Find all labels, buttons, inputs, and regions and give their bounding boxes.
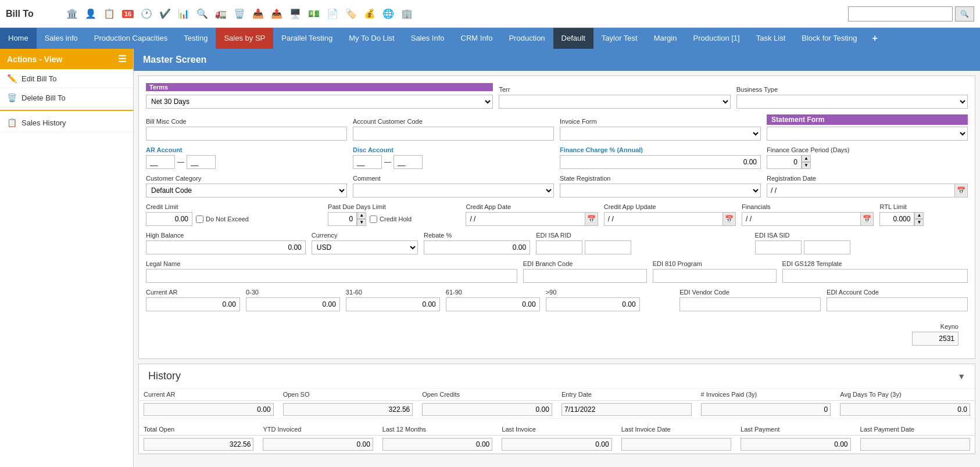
disc-account-input2[interactable] [394, 155, 423, 169]
magnify-icon[interactable]: 🔍 [194, 6, 210, 22]
statement-form-select[interactable] [767, 127, 968, 141]
sidebar-item-delete-bill-to[interactable]: 🗑️ Delete Bill To [0, 88, 133, 107]
tab-production-capacities[interactable]: Production Capacities [86, 28, 176, 49]
financials-calendar-icon[interactable]: 📅 [861, 212, 874, 226]
reg-date-input[interactable] [767, 184, 955, 197]
trash-icon[interactable]: 🗑️ [231, 6, 248, 22]
do-not-exceed-checkbox[interactable] [196, 215, 203, 223]
ar-account-input2[interactable] [187, 155, 216, 169]
invoice-form-select[interactable] [560, 127, 761, 141]
edi-810-input[interactable] [653, 269, 777, 283]
current-ar-aging-input[interactable] [146, 297, 240, 311]
currency-select[interactable]: USD [312, 240, 418, 254]
past-due-input[interactable] [328, 212, 357, 226]
tag-icon[interactable]: 🏷️ [343, 6, 359, 22]
edi-isa-rid-input1[interactable] [536, 240, 582, 254]
truck-icon[interactable]: 🚛 [213, 6, 229, 22]
person-icon[interactable]: 👤 [83, 6, 99, 22]
reg-date-calendar-icon[interactable]: 📅 [955, 184, 968, 197]
rtl-limit-input[interactable] [879, 212, 914, 226]
tab-crm-info[interactable]: CRM Info [453, 28, 501, 49]
comment-select[interactable] [353, 184, 554, 197]
edi-account-input[interactable] [827, 297, 968, 311]
dollar-icon[interactable]: 💵 [306, 6, 322, 22]
tab-sales-by-sp[interactable]: Sales by SP [216, 28, 273, 49]
account-customer-input[interactable] [353, 127, 554, 141]
hist-last-payment-input[interactable] [741, 438, 850, 451]
finance-charge-input[interactable] [560, 155, 761, 169]
grid-icon[interactable]: 📊 [176, 6, 192, 22]
export-icon[interactable]: 📤 [269, 6, 285, 22]
tab-taylor-test[interactable]: Taylor Test [593, 28, 646, 49]
hist-last-payment-date-input[interactable] [860, 438, 970, 451]
ar-31-60-input[interactable] [346, 297, 440, 311]
hist-invoices-paid-input[interactable] [701, 403, 831, 416]
check-icon[interactable]: ✔️ [157, 6, 173, 22]
state-reg-select[interactable] [560, 184, 761, 197]
address-icon[interactable]: 📋 [101, 6, 117, 22]
bank-icon[interactable]: 🏛️ [64, 6, 80, 22]
hist-entry-date-input[interactable] [561, 403, 692, 416]
legal-name-input[interactable] [146, 269, 517, 283]
calendar16-icon[interactable]: 16 [120, 6, 136, 22]
edi-branch-input[interactable] [523, 269, 647, 283]
globe-icon[interactable]: 🌐 [380, 6, 396, 22]
tab-parallel-testing[interactable]: Parallel Testing [273, 28, 341, 49]
hist-last-invoice-input[interactable] [502, 438, 611, 451]
tab-add[interactable]: + [865, 28, 884, 49]
ar-account-input1[interactable] [146, 155, 175, 169]
business-type-select[interactable] [736, 95, 968, 109]
past-due-down[interactable]: ▼ [357, 219, 366, 226]
tab-sales-info-2[interactable]: Sales Info [403, 28, 453, 49]
finance-grace-up[interactable]: ▲ [802, 155, 811, 162]
terms-select[interactable]: Net 30 Days [146, 95, 493, 109]
tab-testing[interactable]: Testing [176, 28, 216, 49]
past-due-up[interactable]: ▲ [357, 212, 366, 219]
finance-grace-down[interactable]: ▼ [802, 162, 811, 169]
edi-gs128-input[interactable] [782, 269, 968, 283]
hist-avg-days-input[interactable] [840, 403, 970, 416]
rtl-down[interactable]: ▼ [914, 219, 924, 226]
customer-category-select[interactable]: Default Code [146, 184, 347, 197]
inbox-icon[interactable]: 📥 [250, 6, 266, 22]
high-balance-input[interactable] [146, 240, 306, 254]
credit-limit-input[interactable] [146, 212, 192, 226]
edi-isa-rid-input2[interactable] [585, 240, 631, 254]
disc-account-input1[interactable] [353, 155, 382, 169]
edi-isa-sid-input1[interactable] [755, 240, 802, 254]
tab-margin[interactable]: Margin [646, 28, 685, 49]
rebate-input[interactable] [424, 240, 530, 254]
dollar2-icon[interactable]: 💰 [362, 6, 378, 22]
hist-current-ar-input[interactable] [144, 403, 274, 416]
sidebar-menu-icon[interactable]: ☰ [118, 53, 126, 64]
search-button[interactable]: 🔍 [955, 6, 974, 21]
tab-my-to-do-list[interactable]: My To Do List [341, 28, 403, 49]
tab-home[interactable]: Home [0, 28, 37, 49]
hist-open-credits-input[interactable] [422, 403, 552, 416]
hist-open-so-input[interactable] [283, 403, 413, 416]
monitor-icon[interactable]: 🖥️ [287, 6, 303, 22]
credit-app-date-calendar-icon[interactable]: 📅 [585, 212, 598, 226]
clock-icon[interactable]: 🕐 [138, 6, 155, 22]
edi-vendor-input[interactable] [679, 297, 821, 311]
credit-app-date-input[interactable] [466, 212, 585, 226]
credit-app-update-calendar-icon[interactable]: 📅 [723, 212, 736, 226]
history-collapse-icon[interactable]: ▼ [957, 372, 965, 381]
hist-total-open-input[interactable] [144, 438, 253, 451]
hist-ytd-invoiced-input[interactable] [263, 438, 373, 451]
tab-sales-info[interactable]: Sales info [37, 28, 86, 49]
tab-task-list[interactable]: Task List [748, 28, 794, 49]
bill-misc-input[interactable] [146, 127, 347, 141]
tab-default[interactable]: Default [553, 28, 593, 49]
ar-90-plus-input[interactable] [546, 297, 640, 311]
tab-production[interactable]: Production [500, 28, 553, 49]
search-input[interactable] [848, 6, 953, 21]
terr-select[interactable] [499, 95, 730, 109]
ar-0-30-input[interactable] [246, 297, 340, 311]
sidebar-item-sales-history[interactable]: 📋 Sales History [0, 113, 133, 132]
ar-61-90-input[interactable] [446, 297, 540, 311]
sidebar-item-edit-bill-to[interactable]: ✏️ Edit Bill To [0, 69, 133, 88]
credit-hold-checkbox[interactable] [370, 215, 377, 223]
rtl-up[interactable]: ▲ [914, 212, 924, 219]
hist-last-invoice-date-input[interactable] [621, 438, 731, 451]
